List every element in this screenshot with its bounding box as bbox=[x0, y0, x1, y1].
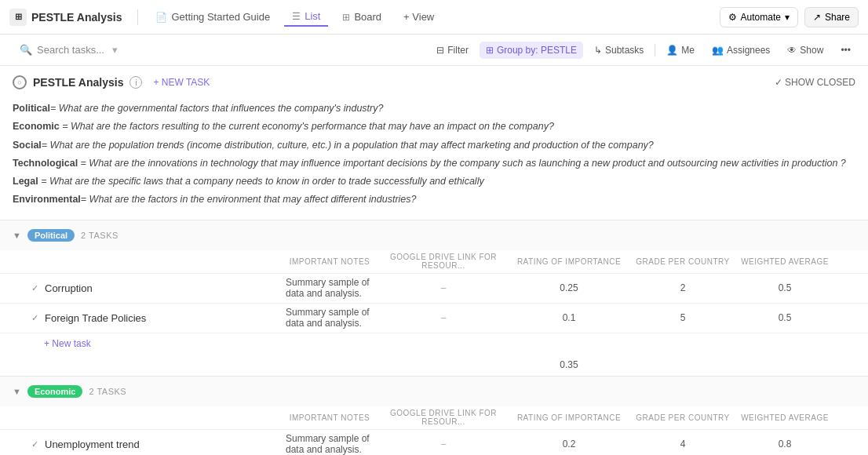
task-name: Foreign Trade Policies bbox=[45, 312, 146, 324]
filter-icon: ⊟ bbox=[436, 45, 444, 56]
desc-legal: Legal = What are the specific laws that … bbox=[13, 173, 855, 190]
check-icon: ✓ bbox=[31, 313, 38, 323]
group-chevron-political[interactable]: ▼ bbox=[13, 231, 21, 240]
task-grade: 5 bbox=[628, 312, 738, 323]
nav-right: ⚙ Automate ▾ ↗ Share bbox=[720, 7, 859, 27]
assignees-icon: 👥 bbox=[712, 45, 724, 56]
task-name: Unemployment trend bbox=[45, 439, 140, 450]
filter-button[interactable]: ⊟ Filter bbox=[430, 42, 475, 59]
col-grade: GRADE PER COUNTRY bbox=[628, 257, 738, 266]
toolbar-right: ⊟ Filter ⊞ Group by: PESTLE ↳ Subtasks 👤… bbox=[430, 42, 857, 59]
task-name-cell: ✓ Unemployment trend bbox=[31, 439, 283, 450]
automate-button[interactable]: ⚙ Automate ▾ bbox=[720, 7, 798, 27]
group-tag-political: Political bbox=[27, 229, 75, 242]
show-closed-button[interactable]: ✓ SHOW CLOSED bbox=[775, 77, 855, 88]
app-logo: ⊞ PESTLE Analysis bbox=[9, 9, 122, 26]
toolbar: 🔍 Search tasks... ▾ ⊟ Filter ⊞ Group by:… bbox=[0, 35, 868, 66]
task-weighted-avg: 0.8 bbox=[738, 439, 832, 450]
task-drive: – bbox=[377, 312, 510, 323]
check-icon: ✓ bbox=[31, 439, 38, 450]
assignees-button[interactable]: 👥 Assignees bbox=[706, 42, 776, 59]
description-block: Political= What are the governmental fac… bbox=[0, 100, 868, 220]
subtotal-row-political: 0.35 bbox=[0, 354, 868, 376]
desc-technological: Technological = What are the innovations… bbox=[13, 155, 855, 172]
add-task-button[interactable]: + NEW TASK bbox=[148, 75, 214, 89]
section-circle: ○ bbox=[13, 75, 27, 89]
info-icon[interactable]: i bbox=[129, 76, 142, 89]
section-header: ○ PESTLE Analysis i + NEW TASK ✓ SHOW CL… bbox=[0, 66, 868, 100]
col-weighted: WEIGHTED AVERAGE bbox=[738, 257, 832, 266]
col-notes: IMPORTANT NOTES bbox=[283, 257, 377, 266]
col-headers-political: IMPORTANT NOTES GOOGLE DRIVE LINK FOR RE… bbox=[0, 250, 868, 274]
desc-social: Social= What are the population trends (… bbox=[13, 137, 855, 154]
group-section-political: ▼ Political 2 TASKS IMPORTANT NOTES GOOG… bbox=[0, 220, 868, 376]
tab-board[interactable]: ⊞ Board bbox=[334, 8, 389, 26]
list-icon: ☰ bbox=[292, 11, 301, 22]
board-icon: ⊞ bbox=[342, 12, 350, 23]
group-task-count-political: 2 TASKS bbox=[81, 231, 119, 240]
automate-chevron-icon: ▾ bbox=[785, 12, 790, 23]
search-placeholder: Search tasks... bbox=[37, 44, 104, 56]
new-task-row[interactable]: + New task bbox=[0, 333, 868, 354]
task-grade: 4 bbox=[628, 439, 738, 450]
subtotal-rating: 0.35 bbox=[510, 359, 628, 370]
task-notes: Summary sample of data and analysis. bbox=[283, 307, 377, 329]
subtasks-button[interactable]: ↳ Subtasks bbox=[588, 42, 650, 59]
task-drive: – bbox=[377, 439, 510, 450]
more-button[interactable]: ••• bbox=[834, 42, 857, 59]
group-header-political: ▼ Political 2 TASKS bbox=[0, 220, 868, 250]
show-icon: 👁 bbox=[787, 45, 797, 56]
col-notes: IMPORTANT NOTES bbox=[283, 413, 377, 422]
task-name-cell: ✓ Foreign Trade Policies bbox=[31, 312, 283, 324]
search-box[interactable]: 🔍 Search tasks... ▾ bbox=[11, 40, 126, 60]
share-button[interactable]: ↗ Share bbox=[804, 7, 859, 27]
col-grade: GRADE PER COUNTRY bbox=[628, 413, 738, 422]
col-drive: GOOGLE DRIVE LINK FOR RESOUR... bbox=[377, 253, 510, 270]
group-tag-economic: Economic bbox=[27, 385, 83, 398]
table-row[interactable]: ✓ Unemployment trend Summary sample of d… bbox=[0, 430, 868, 456]
group-task-count-economic: 2 TASKS bbox=[89, 387, 126, 396]
section-title: PESTLE Analysis bbox=[33, 76, 123, 89]
group-by-button[interactable]: ⊞ Group by: PESTLE bbox=[480, 42, 583, 59]
me-button[interactable]: 👤 Me bbox=[660, 42, 701, 59]
task-grade: 2 bbox=[628, 282, 738, 293]
group-section-economic: ▼ Economic 2 TASKS IMPORTANT NOTES GOOGL… bbox=[0, 376, 868, 456]
nav-divider-1 bbox=[137, 9, 138, 25]
content: ○ PESTLE Analysis i + NEW TASK ✓ SHOW CL… bbox=[0, 66, 868, 455]
task-notes: Summary sample of data and analysis. bbox=[283, 277, 377, 299]
task-rating: 0.1 bbox=[510, 312, 628, 323]
group-header-economic: ▼ Economic 2 TASKS bbox=[0, 377, 868, 406]
tab-getting-started[interactable]: 📄 Getting Started Guide bbox=[148, 8, 278, 26]
tab-add-view[interactable]: + View bbox=[396, 8, 442, 26]
tab-list[interactable]: ☰ List bbox=[284, 7, 328, 27]
app-title: PESTLE Analysis bbox=[31, 11, 122, 24]
subtasks-icon: ↳ bbox=[594, 45, 602, 56]
desc-environmental: Environmental= What are the factors in t… bbox=[13, 191, 855, 208]
automate-icon: ⚙ bbox=[728, 12, 737, 23]
logo-icon: ⊞ bbox=[9, 9, 27, 26]
col-headers-economic: IMPORTANT NOTES GOOGLE DRIVE LINK FOR RE… bbox=[0, 406, 868, 430]
table-row[interactable]: ✓ Corruption Summary sample of data and … bbox=[0, 274, 868, 304]
desc-political: Political= What are the governmental fac… bbox=[13, 100, 855, 117]
task-weighted-avg: 0.5 bbox=[738, 312, 832, 323]
col-drive: GOOGLE DRIVE LINK FOR RESOUR... bbox=[377, 409, 510, 426]
table-row[interactable]: ✓ Foreign Trade Policies Summary sample … bbox=[0, 304, 868, 333]
desc-economic: Economic = What are the factors resultin… bbox=[13, 118, 855, 135]
task-rating: 0.2 bbox=[510, 439, 628, 450]
col-rating: RATING OF IMPORTANCE bbox=[510, 257, 628, 266]
check-icon: ✓ bbox=[31, 283, 38, 293]
me-icon: 👤 bbox=[666, 45, 678, 56]
task-name-cell: ✓ Corruption bbox=[31, 282, 283, 294]
group-chevron-economic[interactable]: ▼ bbox=[13, 387, 21, 396]
group-icon: ⊞ bbox=[486, 45, 494, 56]
task-name: Corruption bbox=[45, 282, 93, 294]
show-button[interactable]: 👁 Show bbox=[781, 42, 830, 59]
task-notes: Summary sample of data and analysis. bbox=[283, 433, 377, 455]
search-chevron-icon: ▾ bbox=[112, 44, 118, 56]
toolbar-separator bbox=[655, 44, 655, 56]
share-icon: ↗ bbox=[813, 12, 821, 23]
groups-container: ▼ Political 2 TASKS IMPORTANT NOTES GOOG… bbox=[0, 220, 868, 456]
guide-icon: 📄 bbox=[155, 12, 167, 23]
top-nav: ⊞ PESTLE Analysis 📄 Getting Started Guid… bbox=[0, 0, 868, 35]
section-title-row: ○ PESTLE Analysis i + NEW TASK ✓ SHOW CL… bbox=[13, 75, 855, 89]
